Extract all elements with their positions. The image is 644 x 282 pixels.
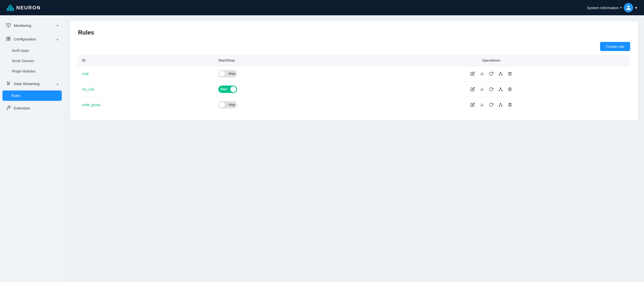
operations-cell-mqtt — [352, 66, 630, 82]
svg-point-21 — [502, 90, 502, 91]
rule-link-mqtt[interactable]: mqtt — [82, 72, 89, 76]
create-rule-button[interactable]: Create rule — [600, 42, 630, 51]
topology-button-mqtt[interactable] — [496, 70, 505, 77]
rules-card: Rules Create rule ID Start/Stop Operatio… — [70, 21, 638, 121]
extension-label: Extension — [14, 106, 30, 110]
table-row: my_rule Start — [78, 82, 630, 97]
header-right: System Information ▾ ▾ — [587, 3, 637, 12]
toggle-cell-node-group: Stop — [214, 97, 352, 113]
svg-line-22 — [499, 88, 500, 90]
main-content: Rules Create rule ID Start/Stop Operatio… — [64, 15, 644, 282]
refresh-button-node-group[interactable] — [487, 102, 495, 108]
sidebar-item-monitoring[interactable]: Monitoring ▾ — [0, 19, 64, 32]
svg-line-14 — [499, 73, 500, 75]
toggle-cell-mqtt: Stop — [214, 66, 352, 82]
sidebar-group-extension: Extension — [0, 102, 64, 114]
col-header-startstop: Start/Stop — [214, 55, 352, 66]
south-devices-label: South Devices — [12, 59, 34, 63]
toggle-knob-mqtt — [219, 71, 225, 77]
data-streaming-icon — [6, 81, 11, 87]
delete-button-node-group[interactable] — [506, 102, 514, 108]
stats-button-node-group[interactable] — [478, 102, 486, 108]
toggle-label-mqtt: Stop — [228, 72, 235, 75]
svg-rect-4 — [9, 39, 10, 41]
svg-point-13 — [502, 75, 502, 75]
refresh-button-mqtt[interactable] — [487, 70, 495, 77]
user-chevron[interactable]: ▾ — [635, 5, 637, 10]
sidebar-item-data-streaming[interactable]: Data Streaming ▴ — [0, 77, 64, 90]
system-info-button[interactable]: System Information ▾ — [587, 6, 622, 10]
table-row: node_group Stop — [78, 97, 630, 113]
svg-point-7 — [8, 84, 8, 85]
rule-id-mqtt: mqtt — [78, 66, 214, 82]
user-icon — [626, 5, 631, 10]
svg-rect-3 — [7, 39, 8, 41]
table-row: mqtt Stop — [78, 66, 630, 82]
logo-text: NEURON — [16, 5, 41, 10]
sidebar-item-south-devices[interactable]: South Devices — [0, 56, 64, 66]
edit-button-my-rule[interactable] — [468, 86, 477, 92]
toggle-mqtt[interactable]: Stop — [218, 70, 237, 77]
logo-icon — [7, 4, 14, 11]
sidebar-group-monitoring: Monitoring ▾ — [0, 19, 64, 32]
toggle-knob-node-group — [219, 102, 225, 108]
col-header-id: ID — [78, 55, 214, 66]
col-header-operations: Operations — [352, 55, 630, 66]
logo-area: NEURON — [7, 4, 41, 11]
plugin-modules-label: Plugin Modules — [12, 69, 36, 73]
refresh-button-my-rule[interactable] — [487, 86, 495, 92]
toggle-node-group[interactable]: Stop — [218, 101, 237, 109]
sidebar-item-north-apps[interactable]: North Apps — [0, 45, 64, 56]
svg-line-30 — [499, 104, 500, 106]
toggle-my-rule[interactable]: Start — [218, 86, 237, 93]
svg-point-19 — [500, 88, 501, 88]
edit-button-mqtt[interactable] — [468, 70, 477, 77]
table-header-row: ID Start/Stop Operations — [78, 55, 630, 66]
north-apps-label: North Apps — [12, 49, 29, 52]
create-rule-row: Create rule — [78, 42, 630, 51]
svg-point-6 — [9, 83, 10, 84]
operations-cell-node-group — [352, 97, 630, 113]
monitoring-label: Monitoring — [14, 23, 31, 28]
table-body: mqtt Stop — [78, 66, 630, 113]
svg-point-28 — [499, 106, 500, 107]
svg-point-11 — [500, 72, 501, 73]
sidebar-item-extension[interactable]: Extension — [0, 102, 64, 114]
table-header: ID Start/Stop Operations — [78, 55, 630, 66]
monitoring-chevron: ▾ — [57, 24, 58, 27]
system-info-label: System Information — [587, 6, 619, 10]
topology-button-my-rule[interactable] — [496, 86, 505, 92]
svg-rect-1 — [7, 37, 8, 39]
svg-point-29 — [502, 106, 502, 107]
app-header: NEURON System Information ▾ ▾ — [0, 0, 644, 15]
sidebar-item-plugin-modules[interactable]: Plugin Modules — [0, 66, 64, 76]
rule-link-node-group[interactable]: node_group — [82, 103, 100, 107]
edit-button-node-group[interactable] — [468, 102, 477, 108]
delete-button-mqtt[interactable] — [506, 70, 514, 77]
toggle-cell-my-rule: Start — [214, 82, 352, 97]
main-layout: Monitoring ▾ Configuration ▴ — [0, 15, 644, 282]
sidebar-group-configuration: Configuration ▴ North Apps South Devices… — [0, 33, 64, 76]
sidebar-group-data-streaming: Data Streaming ▴ Rules — [0, 77, 64, 101]
configuration-label: Configuration — [14, 37, 36, 41]
toggle-label-my-rule: Start — [220, 88, 227, 91]
user-avatar[interactable] — [624, 3, 633, 12]
svg-line-15 — [500, 73, 502, 75]
rule-link-my-rule[interactable]: my_rule — [82, 87, 94, 91]
stats-button-my-rule[interactable] — [478, 86, 486, 92]
rules-table: ID Start/Stop Operations mqtt — [78, 55, 630, 113]
stats-button-mqtt[interactable] — [478, 70, 486, 77]
toggle-knob-my-rule — [230, 86, 236, 92]
sidebar-item-rules[interactable]: Rules — [2, 91, 62, 101]
rule-id-my-rule: my_rule — [78, 82, 214, 97]
delete-button-my-rule[interactable] — [506, 86, 514, 92]
svg-line-23 — [500, 88, 502, 90]
page-title: Rules — [78, 29, 630, 36]
sidebar: Monitoring ▾ Configuration ▴ — [0, 15, 64, 282]
sidebar-item-configuration[interactable]: Configuration ▴ — [0, 33, 64, 45]
data-streaming-label: Data Streaming — [14, 82, 40, 86]
svg-point-12 — [499, 75, 500, 75]
data-streaming-chevron: ▴ — [57, 82, 58, 86]
configuration-chevron: ▴ — [57, 37, 58, 41]
topology-button-node-group[interactable] — [496, 102, 505, 108]
